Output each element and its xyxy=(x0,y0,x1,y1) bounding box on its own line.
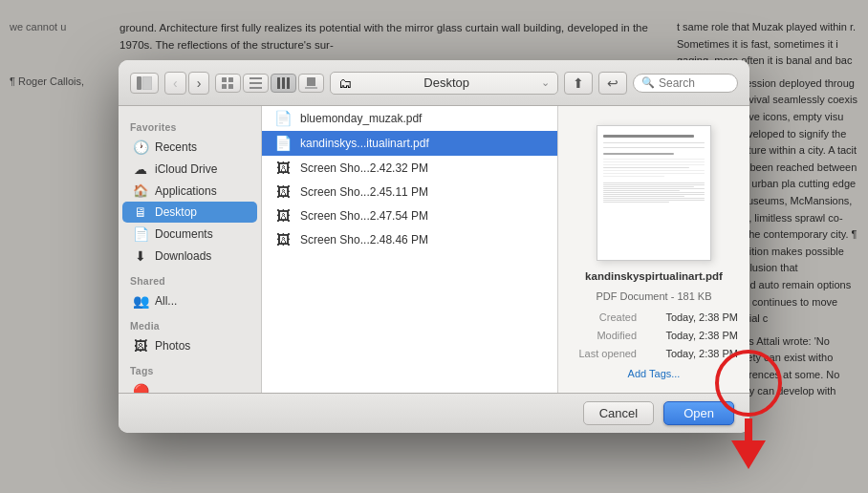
svg-rect-8 xyxy=(250,87,262,89)
sidebar-toggle-button[interactable] xyxy=(130,73,159,94)
svg-rect-3 xyxy=(228,77,233,82)
img-icon-4: 🖼 xyxy=(273,207,293,224)
sidebar-recents-label: Recents xyxy=(155,140,197,154)
last-opened-value: Today, 2:38 PM xyxy=(665,345,738,363)
created-value: Today, 2:38 PM xyxy=(665,309,738,327)
sidebar-item-all[interactable]: 👥 All... xyxy=(122,290,257,311)
documents-icon: 📄 xyxy=(132,226,149,242)
location-text: Desktop xyxy=(358,75,535,90)
sidebar-applications-label: Applications xyxy=(155,184,217,198)
file-item-screenshot-1[interactable]: 🖼 Screen Sho...2.42.32 PM xyxy=(262,156,557,180)
svg-rect-10 xyxy=(282,77,285,89)
picker-toolbar: ‹ › 🗂 Desktop ⌄ xyxy=(119,60,749,106)
share-button[interactable]: ⬆ xyxy=(564,72,593,95)
shared-header: Shared xyxy=(119,268,261,289)
cancel-button[interactable]: Cancel xyxy=(583,401,654,425)
img-icon-3: 🖼 xyxy=(273,183,293,200)
open-button[interactable]: Open xyxy=(663,401,734,425)
pdf-icon-0: 📄 xyxy=(273,110,293,127)
sidebar-item-applications[interactable]: 🏠 Applications xyxy=(122,181,257,201)
action-button[interactable]: ↩ xyxy=(598,72,627,95)
search-input[interactable] xyxy=(659,76,726,90)
preview-thumbnail xyxy=(597,125,711,261)
preview-meta: PDF Document - 181 KB Created Today, 2:3… xyxy=(570,288,738,383)
icloud-icon: ☁ xyxy=(132,161,149,177)
tags-header: Tags xyxy=(119,357,261,379)
location-bar[interactable]: 🗂 Desktop ⌄ xyxy=(330,72,558,95)
sidebar-item-red-tag[interactable]: 🔴 xyxy=(122,380,257,393)
file-name-4: Screen Sho...2.47.54 PM xyxy=(300,209,546,223)
img-icon-2: 🖼 xyxy=(273,160,293,176)
img-icon-5: 🖼 xyxy=(273,231,293,247)
all-icon: 👥 xyxy=(132,293,149,309)
sidebar-all-label: All... xyxy=(155,294,177,308)
svg-rect-1 xyxy=(142,76,152,90)
file-name-3: Screen Sho...2.45.11 PM xyxy=(300,185,546,199)
nav-buttons: ‹ › xyxy=(164,72,209,95)
pdf-icon-1: 📄 xyxy=(273,135,293,152)
sidebar-item-downloads[interactable]: ⬇ Downloads xyxy=(122,246,257,267)
last-opened-label: Last opened xyxy=(570,345,637,363)
svg-rect-12 xyxy=(307,77,315,86)
applications-icon: 🏠 xyxy=(132,183,149,198)
arrow-head xyxy=(731,440,766,469)
sidebar-downloads-label: Downloads xyxy=(155,249,211,263)
picker-content: Favorites 🕐 Recents ☁ iCloud Drive 🏠 App… xyxy=(119,106,749,393)
svg-rect-4 xyxy=(222,84,227,89)
svg-rect-5 xyxy=(228,84,233,89)
sidebar-item-photos[interactable]: 🖼 Photos xyxy=(122,335,257,356)
downloads-icon: ⬇ xyxy=(132,248,149,264)
view-buttons xyxy=(215,74,324,93)
modal-overlay: ‹ › 🗂 Desktop ⌄ xyxy=(0,0,868,493)
add-tags-link[interactable]: Add Tags... xyxy=(628,368,681,379)
back-button[interactable]: ‹ xyxy=(164,72,186,95)
svg-rect-7 xyxy=(250,82,262,84)
file-item-screenshot-2[interactable]: 🖼 Screen Sho...2.45.11 PM xyxy=(262,180,557,204)
created-label: Created xyxy=(570,309,637,327)
svg-rect-0 xyxy=(137,76,141,90)
search-box[interactable]: 🔍 xyxy=(633,74,738,93)
svg-rect-2 xyxy=(222,77,227,82)
view-list-button[interactable] xyxy=(243,74,269,93)
sidebar-item-recents[interactable]: 🕐 Recents xyxy=(122,137,257,158)
preview-panel: kandinskyspirtualinart.pdf PDF Document … xyxy=(558,106,749,393)
svg-rect-13 xyxy=(305,87,317,89)
sidebar-item-desktop[interactable]: 🖥 Desktop xyxy=(122,202,257,223)
photos-icon: 🖼 xyxy=(132,338,149,354)
view-cover-button[interactable] xyxy=(298,74,324,93)
sidebar-documents-label: Documents xyxy=(155,227,213,241)
recents-icon: 🕐 xyxy=(132,139,149,155)
svg-rect-11 xyxy=(287,77,290,89)
file-name-0: bluemonday_muzak.pdf xyxy=(300,112,546,125)
file-item-kandinsky[interactable]: 📄 kandinskys...itualinart.pdf xyxy=(262,131,557,156)
svg-rect-9 xyxy=(277,77,280,89)
sidebar-desktop-label: Desktop xyxy=(155,205,197,219)
folder-icon: 🗂 xyxy=(338,75,352,91)
search-icon: 🔍 xyxy=(641,76,655,89)
file-item-screenshot-4[interactable]: 🖼 Screen Sho...2.48.46 PM xyxy=(262,227,557,251)
file-item-screenshot-3[interactable]: 🖼 Screen Sho...2.47.54 PM xyxy=(262,204,557,227)
desktop-icon: 🖥 xyxy=(132,204,149,220)
modified-label: Modified xyxy=(570,327,637,345)
picker-bottom: Cancel Open xyxy=(119,393,749,433)
preview-type: PDF Document - 181 KB xyxy=(570,288,738,306)
file-name-2: Screen Sho...2.42.32 PM xyxy=(300,161,546,175)
view-icons-button[interactable] xyxy=(215,74,241,93)
file-picker-dialog: ‹ › 🗂 Desktop ⌄ xyxy=(119,60,749,433)
location-chevron: ⌄ xyxy=(541,76,550,89)
media-header: Media xyxy=(119,312,261,334)
file-name-5: Screen Sho...2.48.46 PM xyxy=(300,233,546,246)
modified-value: Today, 2:38 PM xyxy=(665,327,738,345)
sidebar-icloud-label: iCloud Drive xyxy=(155,162,217,176)
svg-rect-6 xyxy=(250,77,262,79)
file-name-1: kandinskys...itualinart.pdf xyxy=(300,137,546,150)
sidebar-item-icloud[interactable]: ☁ iCloud Drive xyxy=(122,159,257,180)
file-list: 📄 bluemonday_muzak.pdf 📄 kandinskys...it… xyxy=(262,106,558,393)
picker-sidebar: Favorites 🕐 Recents ☁ iCloud Drive 🏠 App… xyxy=(119,106,262,393)
sidebar-item-documents[interactable]: 📄 Documents xyxy=(122,224,257,245)
forward-button[interactable]: › xyxy=(188,72,210,95)
preview-filename: kandinskyspirtualinart.pdf xyxy=(585,270,723,282)
file-item-bluemonday[interactable]: 📄 bluemonday_muzak.pdf xyxy=(262,106,557,131)
red-tag-icon: 🔴 xyxy=(132,383,149,393)
view-columns-button[interactable] xyxy=(271,74,296,93)
